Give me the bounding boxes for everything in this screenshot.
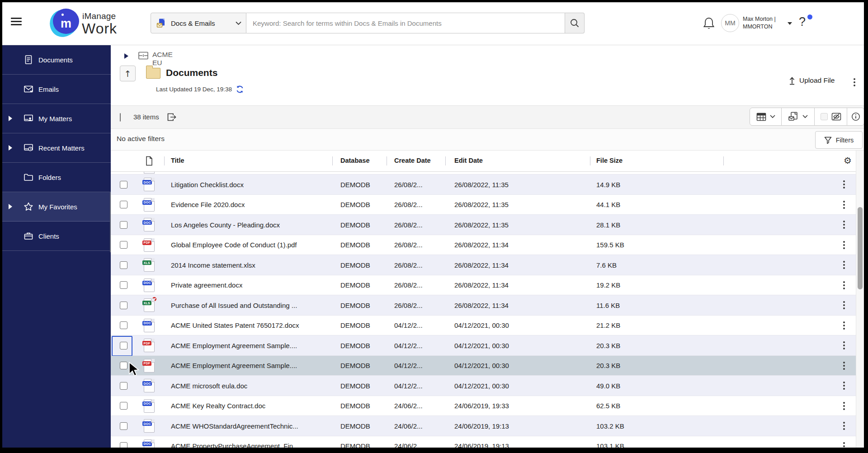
- page-menu-button[interactable]: [850, 77, 859, 87]
- workspace-expand-caret-icon[interactable]: [124, 53, 128, 59]
- create-date-cell: 04/12/2...: [394, 376, 423, 396]
- row-menu-button[interactable]: [843, 436, 845, 448]
- upload-file-button[interactable]: Upload File: [788, 76, 835, 85]
- document-title[interactable]: ACME Key Realty Contract.doc: [171, 396, 265, 416]
- table-row[interactable]: DOC ACME United States Patent 7650172.do…: [111, 316, 856, 336]
- table-row[interactable]: XLS Purchase of All Issued and Outstandi…: [111, 295, 856, 316]
- email-view-dropdown[interactable]: [782, 108, 815, 125]
- sidebar-item-recent-matters[interactable]: Recent Matters: [2, 133, 111, 163]
- row-menu-button[interactable]: [843, 396, 845, 416]
- help-icon[interactable]: ?: [799, 15, 806, 29]
- navigate-up-button[interactable]: ↑: [120, 66, 136, 81]
- table-view-dropdown[interactable]: [750, 108, 782, 125]
- table-row[interactable]: DOC Evidence File 2020.docx DEMODB 26/08…: [111, 195, 856, 215]
- sidebar-item-emails[interactable]: Emails: [2, 75, 111, 104]
- row-menu-button[interactable]: [843, 295, 845, 316]
- expand-arrow-icon[interactable]: [9, 204, 12, 209]
- row-menu-button[interactable]: [843, 416, 845, 436]
- row-checkbox[interactable]: [120, 201, 127, 208]
- row-menu-button[interactable]: [843, 255, 845, 275]
- row-checkbox[interactable]: [120, 261, 127, 269]
- table-row[interactable]: XLS 2014 Income statement.xlsx DEMODB 26…: [111, 255, 856, 275]
- document-title[interactable]: ACME United States Patent 7650172.docx: [171, 316, 299, 336]
- sidebar-item-my-favorites[interactable]: My Favorites: [2, 192, 111, 222]
- refresh-icon[interactable]: [236, 85, 244, 94]
- row-checkbox[interactable]: [120, 221, 127, 229]
- row-menu-button[interactable]: [843, 175, 845, 195]
- document-title[interactable]: Purchase of All Issued and Outstanding .…: [171, 295, 297, 316]
- document-title[interactable]: ACME microsoft eula.doc: [171, 376, 247, 396]
- notifications-bell-icon[interactable]: [702, 16, 716, 31]
- row-menu-button[interactable]: [843, 235, 845, 255]
- row-menu-button[interactable]: [843, 195, 845, 215]
- document-title[interactable]: Evidence File 2020.docx: [171, 195, 245, 215]
- document-title[interactable]: ACME Employment Agreement Sample....: [171, 335, 297, 356]
- row-checkbox[interactable]: [120, 342, 127, 349]
- row-checkbox[interactable]: [120, 402, 127, 410]
- table-row[interactable]: DOC Litigation Checklist.docx DEMODB 26/…: [111, 175, 856, 195]
- user-name[interactable]: Max Morton | MMORTON: [743, 15, 776, 31]
- row-menu-button[interactable]: [843, 275, 845, 296]
- table-row[interactable]: DOC Los Angeles County - Pleading.docx D…: [111, 215, 856, 235]
- table-row[interactable]: PDF ACME Employment Agreement Sample....…: [111, 356, 856, 376]
- sidebar-item-my-matters[interactable]: My Matters: [2, 104, 111, 133]
- column-header-create-date[interactable]: Create Date: [394, 157, 431, 164]
- column-settings-gear-icon[interactable]: ⚙: [844, 155, 852, 166]
- info-panel-button[interactable]: [847, 108, 864, 125]
- row-checkbox[interactable]: [120, 281, 127, 289]
- table-row[interactable]: PDF ACME Employment Agreement Sample....…: [111, 335, 856, 356]
- row-menu-button[interactable]: [843, 335, 845, 356]
- page-title: Documents: [166, 67, 217, 78]
- row-checkbox[interactable]: [120, 321, 127, 329]
- table-row[interactable]: DOC Private agreement.docx DEMODB 26/08/…: [111, 275, 856, 296]
- filters-button[interactable]: Filters: [815, 131, 863, 149]
- row-checkbox[interactable]: [120, 362, 127, 369]
- search-button[interactable]: [565, 13, 585, 33]
- row-menu-button[interactable]: [843, 215, 845, 235]
- document-title[interactable]: Litigation Checklist.docx: [171, 175, 244, 195]
- select-all-checkbox[interactable]: [120, 113, 121, 122]
- document-title[interactable]: ACME PropertyPurchaseAgreement_Fin...: [171, 436, 299, 448]
- sidebar-item-clients[interactable]: Clients: [2, 222, 111, 251]
- row-menu-button[interactable]: [843, 316, 845, 336]
- search-scope-dropdown[interactable]: Docs & Emails: [151, 13, 246, 33]
- document-title[interactable]: 2014 Income statement.xlsx: [171, 255, 255, 275]
- breadcrumb-workspace-name[interactable]: ACME EU: [152, 51, 173, 67]
- expand-arrow-icon[interactable]: [9, 145, 12, 151]
- row-checkbox[interactable]: [120, 422, 127, 430]
- row-checkbox[interactable]: [120, 382, 127, 390]
- row-checkbox[interactable]: [120, 241, 127, 249]
- document-title[interactable]: Private agreement.docx: [171, 275, 242, 296]
- row-menu-button[interactable]: [843, 376, 845, 396]
- expand-arrow-icon[interactable]: [9, 116, 12, 121]
- vertical-scrollbar[interactable]: [856, 151, 864, 448]
- search-input[interactable]: [246, 13, 565, 33]
- row-checkbox[interactable]: [120, 181, 127, 189]
- sidebar-item-folders[interactable]: Folders: [2, 163, 111, 192]
- row-checkbox[interactable]: [120, 442, 127, 448]
- row-menu-button[interactable]: [843, 356, 845, 376]
- export-icon[interactable]: [167, 113, 177, 122]
- imanage-work-logo[interactable]: m iManage Work: [50, 9, 127, 39]
- hamburger-menu-icon[interactable]: [11, 18, 22, 26]
- column-header-title[interactable]: Title: [171, 157, 184, 164]
- table-row[interactable]: DOC ACME Key Realty Contract.doc DEMODB …: [111, 396, 856, 416]
- user-avatar[interactable]: MM: [721, 14, 739, 32]
- column-header-database[interactable]: Database: [340, 157, 369, 164]
- column-header-edit-date[interactable]: Edit Date: [454, 157, 483, 164]
- table-row[interactable]: DOC ACME microsoft eula.doc DEMODB 04/12…: [111, 376, 856, 396]
- column-header-file-size[interactable]: File Size: [596, 157, 623, 164]
- document-title[interactable]: Los Angeles County - Pleading.docx: [171, 215, 280, 235]
- user-menu-caret-icon[interactable]: [788, 22, 792, 25]
- table-row[interactable]: DOC ACME PropertyPurchaseAgreement_Fin..…: [111, 436, 856, 448]
- table-row[interactable]: PDF Global Employee Code of Conduct (1).…: [111, 235, 856, 255]
- document-title[interactable]: Global Employee Code of Conduct (1).pdf: [171, 235, 297, 255]
- preview-checkbox[interactable]: [821, 113, 828, 120]
- row-checkbox[interactable]: [120, 302, 127, 309]
- preview-hidden-icon[interactable]: [831, 112, 841, 121]
- scrollbar-thumb[interactable]: [858, 207, 863, 289]
- document-title[interactable]: ACME WHOStandardAgreementTechnic...: [171, 416, 298, 436]
- table-row[interactable]: DOC ACME WHOStandardAgreementTechnic... …: [111, 416, 856, 436]
- document-title[interactable]: ACME Employment Agreement Sample....: [171, 356, 297, 376]
- sidebar-item-documents[interactable]: Documents: [2, 45, 111, 75]
